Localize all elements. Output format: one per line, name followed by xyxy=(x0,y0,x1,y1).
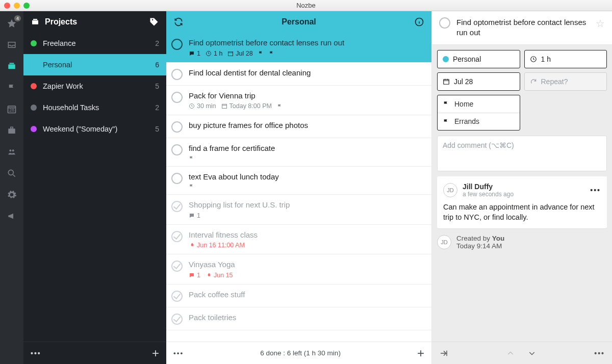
comment-more-button[interactable]: ••• xyxy=(590,186,601,194)
project-count: 2 xyxy=(155,103,159,112)
task-row[interactable]: Pack toiletries xyxy=(166,307,431,330)
calendar-icon xyxy=(443,78,450,85)
detail-complete-checkbox[interactable] xyxy=(439,17,450,29)
project-item[interactable]: Zapier Work5 xyxy=(23,75,166,97)
rail-priority[interactable]: 4 xyxy=(5,17,19,30)
rail-team[interactable] xyxy=(5,146,19,158)
tag-icon[interactable] xyxy=(149,17,159,27)
flag-icon xyxy=(269,50,274,56)
detail-more-button[interactable]: ••• xyxy=(594,349,605,357)
window-title: Nozbe xyxy=(0,2,612,9)
rail-templates[interactable] xyxy=(5,124,19,137)
task-checkbox[interactable] xyxy=(171,291,183,302)
task-row[interactable]: text Eva about lunch today xyxy=(166,167,431,195)
sidebar-title: Projects xyxy=(45,17,77,27)
rail-announce[interactable] xyxy=(5,210,19,222)
project-item[interactable]: Personal6 xyxy=(23,54,166,75)
task-checkbox[interactable] xyxy=(171,69,183,80)
detail-title[interactable]: Find optometrist before contact lenses r… xyxy=(456,17,590,38)
project-color-dot xyxy=(31,83,37,89)
add-comment-input[interactable]: Add comment (⌥⌘C) xyxy=(437,136,607,171)
comment-avatar: JD xyxy=(443,183,457,197)
project-item[interactable]: Freelance2 xyxy=(23,33,166,54)
collapse-button[interactable] xyxy=(439,349,448,358)
detail-repeat-pill[interactable]: Repeat? xyxy=(524,72,607,91)
context-item[interactable]: Home xyxy=(438,95,520,113)
svg-rect-1 xyxy=(10,63,14,64)
add-project-button[interactable]: + xyxy=(152,350,159,356)
task-checkbox[interactable] xyxy=(171,314,183,325)
task-meta: 30 minToday 8:00 PM xyxy=(189,102,424,110)
task-row[interactable]: buy picture frames for office photos xyxy=(166,115,431,138)
sidebar-more-button[interactable]: ••• xyxy=(31,349,41,357)
task-checkbox[interactable] xyxy=(171,39,183,50)
project-color-dot xyxy=(31,126,37,132)
detail-contexts[interactable]: Home Errands xyxy=(437,95,520,131)
task-more-button[interactable]: ••• xyxy=(173,349,184,357)
clock-icon xyxy=(189,103,195,109)
task-row[interactable]: Find local dentist for dental cleaning xyxy=(166,63,431,86)
clock-icon xyxy=(530,56,537,63)
rail-calendar[interactable]: 28 xyxy=(5,103,19,115)
detail-attributes: Personal 1 h Jul 28 Repeat? Home xyxy=(432,45,612,136)
task-panel-title: Personal xyxy=(185,17,413,27)
project-item[interactable]: Weekend ("Someday")5 xyxy=(23,118,166,140)
rail-projects[interactable] xyxy=(5,60,19,72)
task-row[interactable]: Interval fitness classJun 16 11:00 AM xyxy=(166,225,431,255)
detail-star-button[interactable]: ☆ xyxy=(596,17,605,38)
info-icon xyxy=(414,17,424,27)
calendar-icon xyxy=(221,103,227,109)
task-checkbox[interactable] xyxy=(171,144,183,155)
flag-icon xyxy=(189,184,194,189)
project-name: Freelance xyxy=(43,39,149,47)
task-panel: Personal Find optometrist before contact… xyxy=(166,11,432,364)
comment-body: Can make an appointment in advance for n… xyxy=(443,202,601,223)
task-row[interactable]: Find optometrist before contact lenses r… xyxy=(166,33,431,63)
detail-duration-pill[interactable]: 1 h xyxy=(524,50,607,68)
task-panel-footer: ••• 6 done : 6 left (1 h 30 min) + xyxy=(166,342,431,364)
task-checkbox[interactable] xyxy=(171,231,183,242)
task-checkbox[interactable] xyxy=(171,92,183,103)
task-name: Find optometrist before contact lenses r… xyxy=(189,38,424,48)
created-info: JD Created by You Today 9:14 AM xyxy=(437,235,607,250)
prev-task-button[interactable] xyxy=(506,349,515,357)
comment-card: JD Jill Duffy a few seconds ago ••• Can … xyxy=(437,176,607,229)
refresh-button[interactable] xyxy=(172,17,185,27)
flag-icon xyxy=(277,103,283,109)
rail-settings[interactable] xyxy=(5,189,19,201)
created-avatar: JD xyxy=(437,235,451,249)
task-checkbox[interactable] xyxy=(171,261,183,272)
collapse-icon xyxy=(439,349,448,358)
project-count: 2 xyxy=(155,39,159,47)
task-row[interactable]: Vinyasa Yoga1Jun 15 xyxy=(166,254,431,284)
next-task-button[interactable] xyxy=(528,349,536,357)
rail-search[interactable] xyxy=(5,167,19,179)
project-item[interactable]: Household Tasks2 xyxy=(23,97,166,118)
task-row[interactable]: Pack for Vienna trip30 minToday 8:00 PM xyxy=(166,86,431,116)
task-row[interactable]: Shopping list for next U.S. trip1 xyxy=(166,195,431,225)
rail-inbox[interactable] xyxy=(5,39,19,51)
task-checkbox[interactable] xyxy=(171,121,183,133)
context-item[interactable]: Errands xyxy=(438,113,520,130)
nav-rail: 4 28 xyxy=(0,11,23,364)
svg-point-7 xyxy=(8,170,13,175)
task-row[interactable]: find a frame for certificate xyxy=(166,138,431,167)
add-task-button[interactable]: + xyxy=(417,346,424,360)
detail-date-pill[interactable]: Jul 28 xyxy=(437,72,520,91)
detail-panel: Find optometrist before contact lenses r… xyxy=(432,11,612,364)
comment-icon xyxy=(189,50,195,57)
task-name: find a frame for certificate xyxy=(189,143,424,153)
rail-contexts[interactable] xyxy=(5,82,19,94)
info-button[interactable] xyxy=(413,17,425,27)
project-count: 5 xyxy=(155,82,159,90)
project-name: Household Tasks xyxy=(43,103,149,112)
project-list: Freelance2Personal6Zapier Work5Household… xyxy=(23,33,166,342)
task-checkbox[interactable] xyxy=(171,201,183,212)
task-checkbox[interactable] xyxy=(171,173,183,184)
comment-author: Jill Duffy xyxy=(463,183,585,191)
clock-icon xyxy=(206,50,212,57)
sidebar-header: Projects xyxy=(23,11,166,33)
task-row[interactable]: Pack coffee stuff xyxy=(166,284,431,307)
detail-project-pill[interactable]: Personal xyxy=(437,50,520,68)
task-meta: 11 hJul 28 xyxy=(189,50,424,57)
